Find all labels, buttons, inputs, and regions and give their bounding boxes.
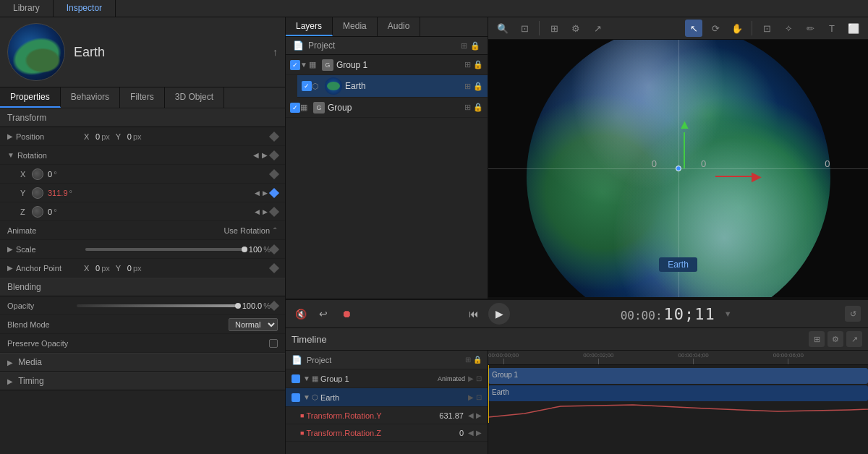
layer-group1[interactable]: ✓ ▼ ▦ G Group 1 ⊞ 🔒	[286, 55, 488, 75]
layer-earth-check[interactable]: ✓	[302, 81, 312, 91]
tl-earth-expand[interactable]: ▼	[303, 393, 310, 401]
tl-export-btn[interactable]: ↗	[846, 331, 862, 347]
rotation-y-nav-right[interactable]: ▶	[263, 189, 268, 197]
loop-toggle-btn[interactable]: ↺	[845, 306, 861, 322]
position-y-value[interactable]: 0	[127, 132, 132, 141]
tab-3dobject[interactable]: 3D Object	[165, 87, 224, 108]
tl-anim-z-icon2[interactable]: ▶	[476, 429, 482, 437]
tl-settings-btn[interactable]: ⚙	[827, 331, 843, 347]
tl-group1-check[interactable]	[292, 374, 300, 383]
loop-btn[interactable]: ↩	[315, 305, 332, 322]
tab-layers[interactable]: Layers	[286, 17, 333, 36]
layer-group1-arrow[interactable]: ▼	[300, 61, 307, 69]
tab-behaviors[interactable]: Behaviors	[61, 87, 120, 108]
tl-anim-y-icon1[interactable]: ◀	[468, 411, 474, 419]
pin-icon[interactable]: ↑	[273, 46, 278, 58]
layer-group1-check[interactable]: ✓	[290, 60, 300, 70]
rotation-x-value[interactable]: 0	[48, 170, 52, 179]
rotation-nav-right[interactable]: ▶	[262, 151, 268, 159]
position-keyframe-btn[interactable]	[269, 131, 279, 141]
canvas-view-btn[interactable]: ⊡	[758, 20, 775, 37]
tab-library[interactable]: Library	[0, 0, 54, 17]
position-x-value[interactable]: 0	[95, 132, 100, 141]
tl-group1-expand[interactable]: ▼	[303, 374, 310, 382]
timecode-dropdown-arrow[interactable]: ▼	[724, 309, 732, 318]
timing-section-header[interactable]: ▶ Timing	[0, 372, 285, 390]
canvas-toolbar-sep2	[752, 21, 752, 35]
scale-value[interactable]: 100	[249, 245, 262, 254]
anchor-y-value[interactable]: 0	[127, 264, 132, 273]
tl-anim-z-icon1[interactable]: ◀	[468, 429, 474, 437]
canvas-3d-btn[interactable]: ⟡	[780, 20, 797, 37]
rotation-y-nav-left[interactable]: ◀	[255, 189, 260, 197]
media-section-header[interactable]: ▶ Media	[0, 353, 285, 372]
timing-expand-arrow[interactable]: ▶	[7, 377, 13, 385]
blending-section-header: Blending	[0, 278, 285, 296]
use-rotation-control[interactable]: Use Rotation ⌃	[224, 226, 278, 235]
scale-keyframe-btn[interactable]	[269, 244, 279, 254]
canvas-outer-toolbar: 🔍 ⊡ ⊞ ⚙ ↗ ↖ ⟳ ✋ ⊡ ⟡ ✏ T ⬜	[488, 17, 868, 40]
tab-inspector[interactable]: Inspector	[54, 0, 116, 17]
opacity-slider[interactable]	[77, 304, 238, 307]
anchor-point-expand-arrow[interactable]: ▶	[7, 264, 13, 272]
rotation-x-knob[interactable]	[32, 168, 43, 180]
tab-audio[interactable]: Audio	[378, 17, 421, 36]
rotation-y-knob[interactable]	[32, 187, 43, 199]
canvas-frame-btn[interactable]: ⊡	[516, 20, 533, 37]
opacity-keyframe-btn[interactable]	[269, 300, 279, 310]
rotation-expand-arrow[interactable]: ▼	[7, 151, 14, 159]
layer-group2-check[interactable]: ✓	[290, 103, 300, 113]
preserve-opacity-checkbox[interactable]	[269, 339, 278, 348]
rotation-x-keyframe-btn[interactable]	[269, 168, 279, 179]
tl-layer-group1[interactable]: ▼ ▦ Group 1 Animated ▶ ⊡	[286, 369, 488, 388]
position-expand-arrow[interactable]: ▶	[7, 132, 13, 140]
canvas-export-btn[interactable]: ↗	[589, 20, 606, 37]
canvas-zoom-out-btn[interactable]: 🔍	[494, 20, 511, 37]
rotation-keyframe-btn[interactable]	[269, 150, 279, 160]
media-section-label: Media	[18, 357, 42, 367]
canvas-hand-btn[interactable]: ✋	[728, 20, 746, 37]
blend-mode-select[interactable]: Normal Multiply Screen Add	[229, 318, 278, 331]
rotation-z-nav-left[interactable]: ◀	[255, 208, 260, 215]
media-expand-arrow[interactable]: ▶	[7, 359, 13, 367]
canvas-shape-btn[interactable]: ⬜	[845, 20, 862, 37]
playhead[interactable]	[488, 365, 489, 423]
rotation-y-value[interactable]: 311.9	[48, 189, 68, 197]
rotation-z-value[interactable]: 0	[48, 207, 52, 216]
canvas-select-btn[interactable]: ↖	[685, 20, 702, 37]
rotation-y-keyframe-btn[interactable]	[269, 187, 279, 197]
use-rotation-arrow[interactable]: ⌃	[272, 226, 278, 234]
tl-layer-earth[interactable]: ▼ ⬡ Earth ▶ ⊡	[286, 388, 488, 407]
canvas-transform-btn[interactable]: ⟳	[707, 20, 724, 37]
layer-earth[interactable]: ✓ ⬡ Earth ⊞ 🔒	[297, 75, 488, 98]
canvas-text-btn[interactable]: T	[823, 20, 841, 37]
mute-btn[interactable]: 🔇	[293, 306, 309, 322]
record-btn[interactable]: ⏺	[338, 305, 355, 322]
rotation-z-keyframe-btn[interactable]	[269, 206, 279, 216]
layer-group2[interactable]: ✓ ▦ G Group ⊞ 🔒	[286, 98, 488, 118]
anchor-x-value[interactable]: 0	[95, 264, 100, 273]
canvas-settings-btn[interactable]: ⚙	[567, 20, 584, 37]
play-btn[interactable]: ▶	[488, 303, 510, 325]
tab-filters[interactable]: Filters	[120, 87, 165, 108]
tab-media[interactable]: Media	[333, 17, 378, 36]
scale-slider-thumb[interactable]	[242, 247, 247, 252]
opacity-slider-thumb[interactable]	[235, 303, 241, 309]
rotation-z-knob[interactable]	[32, 206, 43, 218]
opacity-value[interactable]: 100.0	[242, 301, 263, 310]
tl-earth-check[interactable]	[292, 393, 300, 402]
scale-expand-arrow[interactable]: ▶	[7, 245, 13, 253]
canvas-pen-btn[interactable]: ✏	[801, 20, 819, 37]
go-to-start-btn[interactable]: ⏮	[465, 305, 482, 322]
tab-properties[interactable]: Properties	[0, 87, 61, 108]
rotation-z-nav-right[interactable]: ▶	[263, 208, 268, 215]
rotation-nav-left[interactable]: ◀	[253, 151, 259, 159]
canvas-grid-btn[interactable]: ⊞	[545, 20, 563, 37]
tl-anim-y-icon2[interactable]: ▶	[476, 411, 482, 419]
tl-grid-btn[interactable]: ⊞	[809, 331, 825, 347]
scale-slider[interactable]	[85, 248, 244, 251]
rotation-z-row: Z 0 ° ◀ ▶	[0, 202, 285, 221]
timeline-body: 📄 Project ⊞ 🔒 ▼ ▦ Group 1 Animated	[286, 351, 868, 454]
rotation-label: Rotation	[17, 151, 82, 160]
anchor-point-keyframe-btn[interactable]	[269, 262, 279, 273]
